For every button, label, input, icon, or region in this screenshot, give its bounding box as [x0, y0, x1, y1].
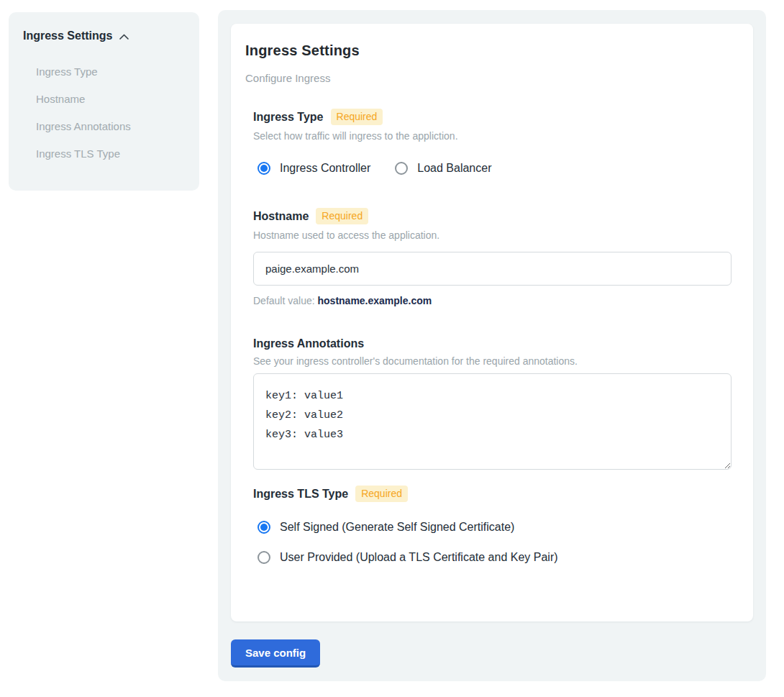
field-label-ingress-annotations: Ingress Annotations	[253, 337, 364, 350]
radio-option-user-provided[interactable]: User Provided (Upload a TLS Certificate …	[257, 551, 731, 564]
sidebar-group-ingress-settings[interactable]: Ingress Settings	[23, 29, 185, 42]
required-badge: Required	[316, 208, 368, 224]
sidebar-item-hostname[interactable]: Hostname	[36, 86, 185, 113]
ingress-annotations-textarea[interactable]: key1: value1 key2: value2 key3: value3	[253, 373, 731, 470]
field-label-ingress-type: Ingress Type	[253, 111, 324, 124]
ingress-settings-card: Ingress Settings Configure Ingress Ingre…	[231, 24, 753, 621]
field-ingress-type: Ingress Type Required Select how traffic…	[253, 109, 731, 175]
field-ingress-annotations: Ingress Annotations See your ingress con…	[253, 337, 731, 470]
hostname-default-prefix: Default value:	[253, 295, 318, 306]
radio-selected-icon	[257, 521, 270, 534]
radio-option-label: Self Signed (Generate Self Signed Certif…	[280, 521, 514, 534]
ingress-settings-sidebar: Ingress Settings Ingress Type Hostname I…	[9, 12, 199, 191]
radio-option-load-balancer[interactable]: Load Balancer	[395, 162, 491, 175]
ingress-tls-type-radio-group: Self Signed (Generate Self Signed Certif…	[257, 521, 731, 564]
radio-option-label: User Provided (Upload a TLS Certificate …	[280, 551, 558, 564]
required-badge: Required	[331, 109, 383, 125]
radio-option-label: Load Balancer	[417, 162, 491, 175]
required-badge: Required	[355, 486, 408, 502]
sidebar-item-ingress-tls-type[interactable]: Ingress TLS Type	[36, 140, 185, 168]
hostname-default-hint: Default value: hostname.example.com	[253, 295, 731, 306]
card-subtitle: Configure Ingress	[245, 72, 731, 84]
field-label-hostname: Hostname	[253, 210, 309, 223]
radio-option-self-signed[interactable]: Self Signed (Generate Self Signed Certif…	[257, 521, 731, 534]
radio-option-ingress-controller[interactable]: Ingress Controller	[257, 162, 370, 175]
field-hostname: Hostname Required Hostname used to acces…	[253, 208, 731, 306]
ingress-type-radio-group: Ingress Controller Load Balancer	[257, 162, 731, 175]
sidebar-item-ingress-type[interactable]: Ingress Type	[36, 58, 185, 86]
page-title: Ingress Settings	[245, 42, 731, 59]
field-description-ingress-type: Select how traffic will ingress to the a…	[253, 130, 731, 142]
chevron-up-icon	[118, 30, 130, 42]
sidebar-item-ingress-annotations[interactable]: Ingress Annotations	[36, 113, 185, 140]
field-description-ingress-annotations: See your ingress controller's documentat…	[253, 355, 731, 367]
save-config-button[interactable]: Save config	[231, 639, 320, 668]
sidebar-item-list: Ingress Type Hostname Ingress Annotation…	[23, 58, 185, 168]
field-ingress-tls-type: Ingress TLS Type Required Self Signed (G…	[253, 486, 731, 564]
radio-option-label: Ingress Controller	[280, 162, 370, 175]
radio-unselected-icon	[257, 551, 270, 564]
settings-panel: Ingress Settings Configure Ingress Ingre…	[218, 10, 766, 681]
hostname-input[interactable]	[253, 252, 731, 286]
field-label-ingress-tls-type: Ingress TLS Type	[253, 488, 348, 501]
field-description-hostname: Hostname used to access the application.	[253, 229, 731, 241]
radio-unselected-icon	[395, 162, 408, 175]
sidebar-group-label: Ingress Settings	[23, 29, 112, 42]
radio-selected-icon	[257, 162, 270, 175]
hostname-default-value: hostname.example.com	[318, 295, 432, 306]
